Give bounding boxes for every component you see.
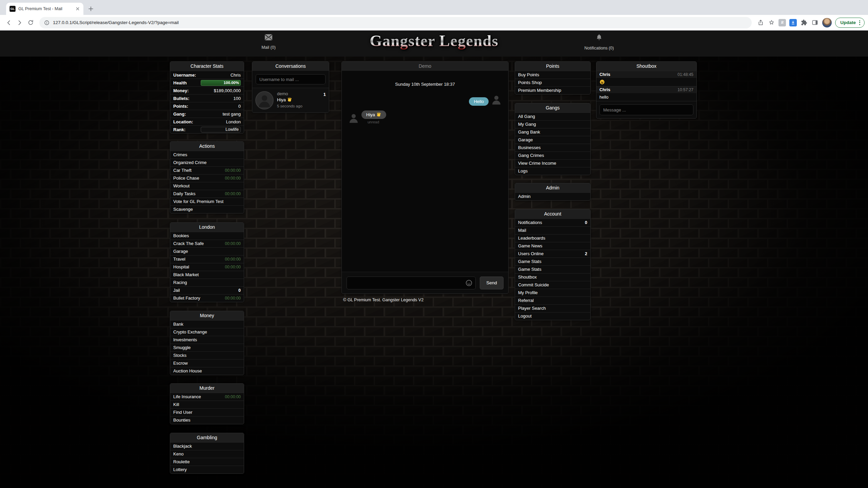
menu-item[interactable]: Jail0 <box>170 286 244 294</box>
menu-item[interactable]: Notifications0 <box>515 219 590 226</box>
menu-item[interactable]: My Profile <box>515 289 590 297</box>
mail-search-input[interactable] <box>256 74 326 84</box>
message-bubble: Hello <box>469 97 489 106</box>
menu-item[interactable]: Workout <box>170 182 244 190</box>
menu-item[interactable]: Daily Tasks00:00:00 <box>170 190 244 198</box>
menu-item[interactable]: Garage <box>515 136 590 144</box>
menu-item[interactable]: Player Search <box>515 304 590 312</box>
menu-item[interactable]: Referral <box>515 297 590 304</box>
update-button[interactable]: Update <box>835 18 865 28</box>
conversation-item[interactable]: demoHiya 5 seconds ago1 <box>252 88 329 113</box>
menu-item-label: Scavenge <box>173 207 193 212</box>
menu-item[interactable]: Roulette <box>170 458 244 466</box>
new-tab-button[interactable] <box>86 4 96 14</box>
back-button[interactable] <box>3 17 14 28</box>
browser-menu-dots-icon[interactable] <box>859 20 860 25</box>
menu-item[interactable]: Bullet Factory00:00:00 <box>170 294 244 302</box>
menu-item-label: My Profile <box>518 290 538 295</box>
menu-item[interactable]: Blackjack <box>170 442 244 450</box>
menu-item[interactable]: Admin <box>515 192 590 200</box>
menu-item[interactable]: Escrow <box>170 359 244 367</box>
menu-item[interactable]: Find User <box>170 408 244 416</box>
menu-item[interactable]: Crypto Exchange <box>170 328 244 336</box>
info-icon[interactable] <box>44 20 50 25</box>
menu-item[interactable]: Stocks <box>170 351 244 359</box>
menu-item[interactable]: Game Stats <box>515 265 590 273</box>
page-background: Mail (0) Gangster Legends Notifications … <box>0 30 868 488</box>
menu-item[interactable]: Hospital00:00:00 <box>170 263 244 271</box>
profile-avatar[interactable] <box>822 18 832 27</box>
menu-item[interactable]: Users Online2 <box>515 250 590 258</box>
menu-item[interactable]: Leaderboards <box>515 234 590 242</box>
stat-label: Gang: <box>173 111 186 117</box>
menu-item[interactable]: Mail <box>515 226 590 234</box>
menu-item[interactable]: Commit Suicide <box>515 281 590 289</box>
menu-item[interactable]: Crack The Safe00:00:00 <box>170 240 244 247</box>
menu-item[interactable]: Logout <box>515 312 590 320</box>
chat-message-input[interactable] <box>347 277 476 289</box>
menu-item[interactable]: View Crime Income <box>515 159 590 167</box>
menu-item[interactable]: Shoutbox <box>515 273 590 281</box>
menu-item[interactable]: Gang Bank <box>515 128 590 136</box>
conversation-preview: Hiya <box>277 97 323 102</box>
menu-item[interactable]: Racing <box>170 279 244 286</box>
extensions-button[interactable] <box>798 17 809 28</box>
menu-item[interactable]: Bank <box>170 320 244 328</box>
shout-entry-meta: Chris10:57:27 <box>596 86 696 93</box>
notifications-nav[interactable]: Notifications (0) <box>575 34 623 50</box>
menu-item-label: Admin <box>518 194 531 199</box>
menu-item-label: Life Insurance <box>173 394 201 399</box>
share-button[interactable] <box>755 17 766 28</box>
extension-r-button[interactable]: R <box>777 17 788 28</box>
menu-item-label: Lottery <box>173 467 187 472</box>
tab-close-button[interactable] <box>75 6 81 12</box>
menu-item-label: Buy Points <box>518 73 539 77</box>
send-button[interactable]: Send <box>480 277 504 289</box>
menu-item[interactable]: All Gang <box>515 113 590 120</box>
url-bar[interactable]: 127.0.0.1/GLScript/release/Gangster-Lege… <box>39 17 752 28</box>
menu-item[interactable]: Businesses <box>515 144 590 151</box>
menu-item[interactable]: Car Theft00:00:00 <box>170 166 244 174</box>
chat-message-area: Sunday 10th September 18:37 Hello Hiya u… <box>342 71 508 272</box>
menu-item[interactable]: Gang Crimes <box>515 151 590 159</box>
forward-button[interactable] <box>14 17 25 28</box>
shoutbox-input[interactable] <box>599 104 693 115</box>
menu-item[interactable]: Travel00:00:00 <box>170 255 244 263</box>
menu-item-label: Escrow <box>173 361 188 366</box>
menu-item[interactable]: Kill <box>170 401 244 408</box>
reload-button[interactable] <box>25 17 36 28</box>
menu-item[interactable]: Crimes <box>170 151 244 159</box>
browser-tab[interactable]: GL GL Premium Test - Mail <box>6 3 83 15</box>
menu-item[interactable]: Investments <box>170 336 244 344</box>
menu-item[interactable]: Game News <box>515 242 590 250</box>
menu-item-label: Organized Crime <box>173 160 206 165</box>
menu-item[interactable]: Police Chase00:00:00 <box>170 174 244 182</box>
menu-item[interactable]: Game Stats <box>515 258 590 265</box>
menu-item[interactable]: Scavenge <box>170 205 244 213</box>
menu-item[interactable]: Lottery <box>170 466 244 473</box>
menu-item[interactable]: Buy Points <box>515 71 590 79</box>
menu-item[interactable]: Organized Crime <box>170 159 244 166</box>
menu-item-timer: 00:00:00 <box>225 191 241 196</box>
menu-item-label: Points Shop <box>518 80 542 85</box>
menu-item[interactable]: Life Insurance00:00:00 <box>170 393 244 401</box>
menu-item[interactable]: Premium Membership <box>515 86 590 94</box>
menu-item[interactable]: Bookies <box>170 232 244 240</box>
menu-item[interactable]: Vote for GL Premium Test <box>170 198 244 205</box>
menu-item[interactable]: Points Shop <box>515 79 590 86</box>
bookmark-button[interactable] <box>766 17 777 28</box>
game-logo[interactable]: Gangster Legends <box>370 32 498 50</box>
mail-nav[interactable]: Mail (0) <box>252 34 285 50</box>
menu-item[interactable]: Auction House <box>170 367 244 375</box>
side-panel-button[interactable] <box>809 17 820 28</box>
menu-item[interactable]: Bounties <box>170 416 244 424</box>
menu-item[interactable]: Black Market <box>170 271 244 279</box>
menu-item[interactable]: Garage <box>170 247 244 255</box>
emoji-picker-button[interactable] <box>465 279 473 288</box>
menu-item[interactable]: Logs <box>515 167 590 175</box>
download-button[interactable] <box>788 17 798 28</box>
menu-item[interactable]: My Gang <box>515 120 590 128</box>
menu-item[interactable]: Keno <box>170 450 244 458</box>
stat-row: Points:0 <box>170 102 244 110</box>
menu-item[interactable]: Smuggle <box>170 344 244 351</box>
